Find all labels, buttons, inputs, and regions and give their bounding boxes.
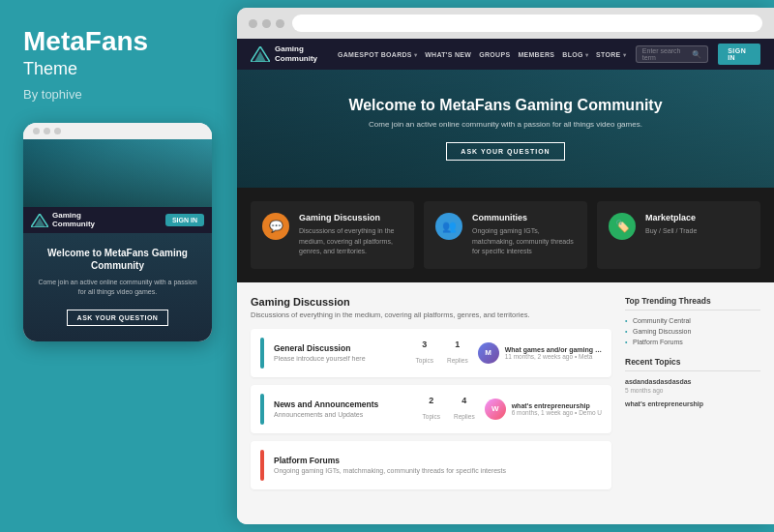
trending-section: Top Trending Threads Community Central G… bbox=[625, 296, 760, 345]
forum-info-platform: Platform Forums Ongoing gaming IGTs, mat… bbox=[274, 456, 602, 474]
forum-topics-num: 2 bbox=[423, 396, 440, 405]
last-post-info-news: what's entrepreneurship 6 months, 1 week… bbox=[512, 402, 602, 416]
site-logo: Gaming Community bbox=[251, 44, 328, 63]
logo-icon bbox=[251, 46, 270, 62]
forum-item-news: News and Announcements Announcements and… bbox=[251, 385, 611, 433]
mobile-hero-image bbox=[23, 139, 212, 207]
nav-link-groups[interactable]: GROUPS bbox=[479, 51, 510, 58]
trending-list: Community Central Gaming Discussion Plat… bbox=[625, 317, 760, 345]
brand-title: MetaFans bbox=[23, 27, 214, 57]
forum-sub-platform: Ongoing gaming IGTs, matchmaking, commun… bbox=[274, 467, 602, 474]
chevron-down-icon: ▾ bbox=[623, 51, 626, 58]
feature-card-marketplace-content: Marketplace Buy / Sell / Trade bbox=[645, 213, 697, 237]
forum-name-general[interactable]: General Discussion bbox=[274, 343, 406, 353]
forum-info-news: News and Announcements Announcements and… bbox=[274, 399, 413, 418]
forum-topics-label: Topics bbox=[416, 357, 433, 364]
main-left: Gaming Discussion Discussions of everyth… bbox=[251, 296, 625, 512]
forum-list: General Discussion Please introduce your… bbox=[251, 329, 611, 489]
browser-control-dots bbox=[249, 19, 284, 28]
forum-sub-news: Announcements and Updates bbox=[274, 411, 413, 418]
mobile-ask-button[interactable]: ASK YOUR QUESTION bbox=[67, 310, 169, 326]
forum-replies-label: Replies bbox=[454, 413, 475, 420]
nav-link-whatsnew[interactable]: WHAT'S NEW bbox=[425, 51, 471, 58]
mobile-browser-dots bbox=[23, 123, 212, 139]
forum-sub-general: Please introduce yourself here bbox=[274, 355, 406, 362]
site-nav: Gaming Community GAMESPOT BOARDS ▾ WHAT'… bbox=[237, 39, 774, 70]
hero-title: Welcome to MetaFans Gaming Community bbox=[256, 97, 755, 114]
mobile-logo-text: Gaming Community bbox=[52, 212, 95, 229]
browser-chrome bbox=[237, 8, 774, 39]
feature-card-gaming: 💬 Gaming Discussion Discussions of every… bbox=[251, 201, 414, 269]
forum-item-platform: Platform Forums Ongoing gaming IGTs, mat… bbox=[251, 441, 611, 489]
forum-topics-general: 3 Topics bbox=[416, 340, 433, 367]
chevron-down-icon: ▾ bbox=[585, 51, 588, 58]
forum-stats-general: 3 Topics 1 Replies bbox=[416, 340, 468, 367]
feature-card-gaming-desc: Discussions of everything in the medium,… bbox=[299, 226, 402, 257]
left-panel: MetaFans Theme By tophive Gaming Communi… bbox=[0, 0, 237, 532]
mobile-logo: Gaming Community bbox=[31, 212, 95, 229]
dot-2 bbox=[44, 128, 50, 134]
forum-name-platform[interactable]: Platform Forums bbox=[274, 456, 602, 465]
browser-address-bar[interactable] bbox=[292, 15, 762, 32]
forum-item-general: General Discussion Please introduce your… bbox=[251, 329, 611, 377]
list-item[interactable]: Platform Forums bbox=[625, 339, 760, 345]
recent-title: Recent Topics bbox=[625, 357, 760, 371]
feature-card-communities-title: Communities bbox=[472, 213, 576, 222]
nav-link-blog[interactable]: BLOG ▾ bbox=[562, 51, 588, 58]
site-hero: Welcome to MetaFans Gaming Community Com… bbox=[237, 70, 774, 188]
recent-topic-2: what's entrepreneurship bbox=[625, 400, 760, 407]
browser-dot-2 bbox=[262, 19, 271, 28]
right-panel: Gaming Community GAMESPOT BOARDS ▾ WHAT'… bbox=[237, 8, 774, 524]
hero-ask-button[interactable]: ASK YOUR QUESTION bbox=[446, 142, 564, 161]
recent-topic-title-2[interactable]: what's entrepreneurship bbox=[625, 400, 760, 407]
trending-title: Top Trending Threads bbox=[625, 296, 760, 310]
brand-subtitle: Theme bbox=[23, 59, 214, 79]
browser-dot-1 bbox=[249, 19, 257, 28]
recent-topic-title-1[interactable]: asdandasdasdasdas bbox=[625, 378, 760, 385]
recent-topic-meta-1: 5 months ago bbox=[625, 387, 760, 394]
forum-topics-label: Topics bbox=[423, 413, 440, 420]
mobile-logo-icon bbox=[31, 214, 48, 227]
recent-topic-1: asdandasdasdasdas 5 months ago bbox=[625, 378, 760, 394]
mobile-signin-button[interactable]: SIGN IN bbox=[165, 214, 204, 226]
last-post-title-news: what's entrepreneurship bbox=[512, 402, 602, 409]
feature-card-gaming-title: Gaming Discussion bbox=[299, 213, 402, 222]
forum-replies-news: 4 Replies bbox=[454, 396, 475, 423]
nav-link-members[interactable]: MEMBERS bbox=[518, 51, 554, 58]
list-item[interactable]: Gaming Discussion bbox=[625, 328, 760, 335]
feature-card-marketplace: 🏷️ Marketplace Buy / Sell / Trade bbox=[597, 201, 760, 269]
last-post-title-general: What games and/or gaming … bbox=[505, 346, 602, 353]
last-post-info-general: What games and/or gaming … 11 months, 2 … bbox=[505, 346, 602, 360]
nav-link-gamespot[interactable]: GAMESPOT BOARDS ▾ bbox=[338, 51, 417, 58]
last-post-meta-general: 11 months, 2 weeks ago • Meta bbox=[505, 353, 602, 360]
hero-desc: Come join an active online community wit… bbox=[256, 120, 755, 129]
forum-bar bbox=[260, 338, 264, 369]
forum-info-general: General Discussion Please introduce your… bbox=[274, 343, 406, 362]
forum-replies-num: 4 bbox=[454, 396, 475, 405]
dot-1 bbox=[33, 128, 40, 134]
nav-signin-button[interactable]: SIGN IN bbox=[718, 44, 760, 65]
feature-card-marketplace-title: Marketplace bbox=[645, 213, 697, 222]
forum-stats-news: 2 Topics 4 Replies bbox=[423, 396, 475, 423]
forum-last-post-news: W what's entrepreneurship 6 months, 1 we… bbox=[485, 399, 602, 420]
avatar-general: M bbox=[478, 342, 499, 364]
search-placeholder: Enter search term bbox=[642, 47, 692, 61]
avatar-news: W bbox=[485, 399, 506, 420]
main-content: Gaming Discussion Discussions of everyth… bbox=[237, 282, 774, 525]
nav-search[interactable]: Enter search term 🔍 bbox=[636, 45, 708, 63]
forum-name-news[interactable]: News and Announcements bbox=[274, 399, 413, 409]
feature-card-communities-desc: Ongoing gaming IGTs, matchmaking, commun… bbox=[472, 226, 576, 257]
nav-link-store[interactable]: STORE ▾ bbox=[596, 51, 626, 58]
forum-section-desc: Discussions of everything in the medium,… bbox=[251, 310, 611, 319]
chevron-down-icon: ▾ bbox=[414, 51, 417, 58]
last-post-meta-news: 6 months, 1 week ago • Demo U bbox=[512, 409, 602, 416]
mobile-nav: Gaming Community SIGN IN bbox=[23, 207, 212, 234]
mobile-hero-content: Welcome to MetaFans Gaming Community Com… bbox=[23, 233, 212, 341]
forum-bar bbox=[260, 394, 264, 425]
site-logo-text: Gaming Community bbox=[275, 44, 317, 63]
forum-replies-label: Replies bbox=[447, 357, 468, 364]
recent-section: Recent Topics asdandasdasdasdas 5 months… bbox=[625, 357, 760, 407]
mobile-desc-text: Come join an active online community wit… bbox=[35, 278, 200, 297]
search-icon: 🔍 bbox=[692, 50, 701, 59]
list-item[interactable]: Community Central bbox=[625, 317, 760, 324]
